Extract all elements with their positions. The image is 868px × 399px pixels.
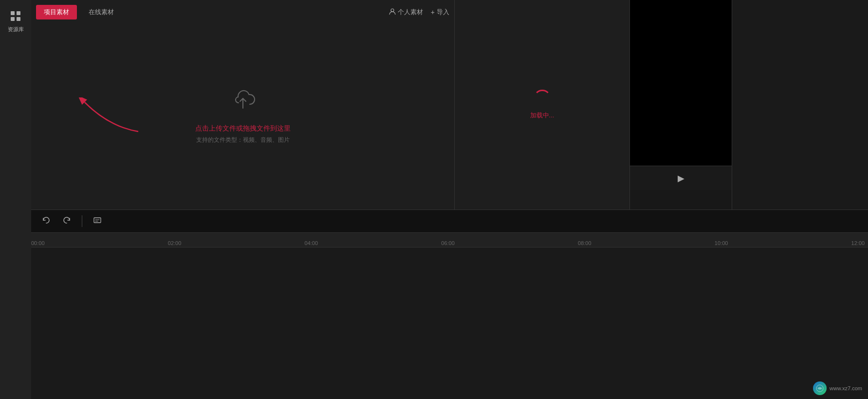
- upload-area[interactable]: 点击上传文件或拖拽文件到这里 支持的文件类型：视频、音频、图片: [31, 24, 454, 209]
- sidebar: 资源库: [0, 0, 31, 399]
- tab-bar: 项目素材 在线素材 个人素材 +: [31, 0, 454, 24]
- upload-sub-text: 支持的文件类型：视频、音频、图片: [196, 136, 290, 144]
- properties-panel: [732, 0, 868, 209]
- arrow-indicator: [70, 97, 148, 138]
- timeline-tracks: [31, 247, 868, 399]
- toolbar: [31, 209, 868, 233]
- ruler-mark-4: 08:00: [578, 240, 591, 248]
- import-label: 导入: [437, 8, 449, 17]
- upload-cloud-icon: [230, 90, 256, 116]
- svg-rect-3: [17, 17, 20, 21]
- watermark: www.xz7.com: [813, 381, 862, 395]
- watermark-logo: [813, 381, 827, 395]
- watermark-text: www.xz7.com: [830, 385, 862, 391]
- video-thumbnail: [630, 0, 732, 166]
- video-controls: ▶: [630, 166, 732, 190]
- personal-material-label: 个人素材: [398, 8, 423, 17]
- personal-material-action[interactable]: 个人素材: [389, 8, 423, 17]
- ruler-mark-2: 04:00: [305, 240, 318, 248]
- timeline-ruler: 00:0002:0004:0006:0008:0010:0012:00: [31, 233, 868, 247]
- loading-spinner: [534, 90, 551, 107]
- ruler-mark-0: 00:00: [31, 240, 45, 248]
- svg-rect-1: [17, 11, 20, 15]
- loading-text: 加载中...: [530, 111, 554, 120]
- upload-main-text: 点击上传文件或拖拽文件到这里: [195, 124, 291, 133]
- redo-button[interactable]: [59, 214, 74, 229]
- media-panel: 项目素材 在线素材 个人素材 +: [31, 0, 455, 209]
- ruler-mark-3: 06:00: [441, 240, 455, 248]
- ruler-mark-6: 12:00: [851, 240, 865, 248]
- svg-rect-2: [11, 17, 15, 21]
- main-area: 项目素材 在线素材 个人素材 +: [31, 0, 868, 399]
- preview-panel: 加载中...: [455, 0, 629, 209]
- sidebar-item-library[interactable]: 资源库: [0, 5, 31, 39]
- person-icon: [389, 8, 396, 17]
- ruler-mark-1: 02:00: [168, 240, 182, 248]
- sidebar-item-label: 资源库: [8, 26, 24, 33]
- subtitle-button[interactable]: [90, 214, 105, 229]
- tab-project-material[interactable]: 项目素材: [36, 5, 77, 19]
- tab-online-material[interactable]: 在线素材: [81, 5, 122, 19]
- undo-button[interactable]: [39, 214, 54, 229]
- svg-rect-7: [94, 218, 101, 223]
- library-icon: [10, 11, 21, 24]
- upload-drag-text: 或拖拽文件到这里: [236, 124, 291, 132]
- tab-actions: 个人素材 + 导入: [389, 8, 449, 17]
- plus-icon: +: [431, 8, 435, 16]
- svg-rect-0: [11, 11, 15, 15]
- import-action[interactable]: + 导入: [431, 8, 449, 17]
- loading-indicator: 加载中...: [530, 90, 554, 120]
- svg-point-4: [391, 9, 394, 12]
- play-button[interactable]: ▶: [678, 173, 684, 184]
- ruler-mark-5: 10:00: [715, 240, 728, 248]
- top-panel: 项目素材 在线素材 个人素材 +: [31, 0, 868, 209]
- toolbar-divider: [82, 215, 82, 227]
- right-panel: ▶: [629, 0, 732, 209]
- upload-link-text[interactable]: 点击上传文件: [195, 124, 236, 132]
- timeline-area: 00:0002:0004:0006:0008:0010:0012:00: [31, 233, 868, 399]
